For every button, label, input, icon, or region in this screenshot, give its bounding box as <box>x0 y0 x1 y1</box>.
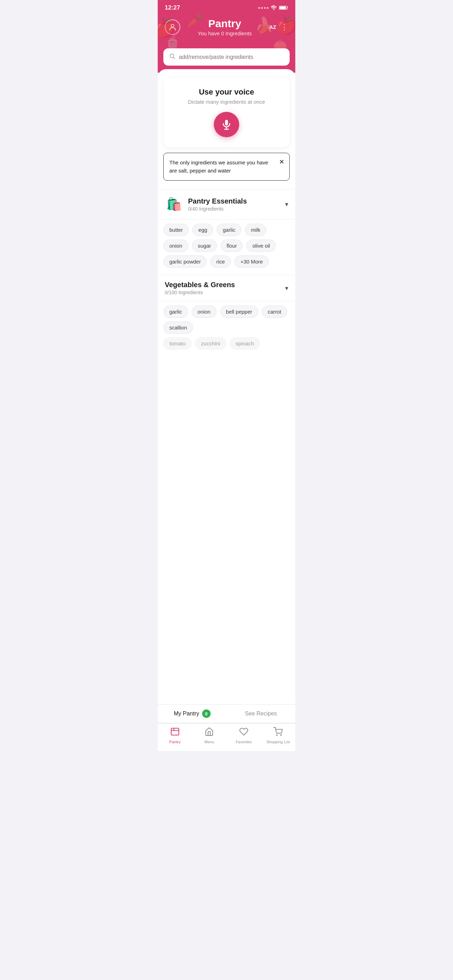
tag-garlic-powder[interactable]: garlic powder <box>163 255 207 268</box>
voice-subtitle: Dictate many ingredients at once <box>170 99 283 105</box>
voice-title: Use your voice <box>170 88 283 97</box>
sort-az-button[interactable]: AZ <box>269 24 276 30</box>
vegetables-count: 0/100 Ingredients <box>165 290 285 295</box>
tag-rice[interactable]: rice <box>210 255 231 268</box>
vegetables-greens-section: Vegetables & Greens 0/100 Ingredients ▾ … <box>158 275 295 353</box>
vegetables-chevron: ▾ <box>285 284 288 292</box>
pantry-essentials-icon: 🛍️ <box>165 195 183 213</box>
wifi-icon <box>270 5 277 10</box>
svg-line-5 <box>173 57 175 59</box>
my-pantry-label: My Pantry <box>173 711 199 717</box>
main-content: Use your voice Dictate many ingredients … <box>158 69 295 704</box>
bottom-area: My Pantry 0 See Recipes Pantry <box>158 704 295 751</box>
header-actions: AZ ⋮ <box>269 23 288 31</box>
svg-point-13 <box>281 735 281 735</box>
svg-rect-9 <box>171 728 179 735</box>
more-essentials-button[interactable]: +30 More <box>234 255 269 268</box>
pantry-essentials-chevron: ▾ <box>285 200 288 208</box>
ingredient-count: You have 0 Ingredients <box>198 30 252 37</box>
veg-tag-garlic[interactable]: garlic <box>163 305 188 318</box>
tag-egg[interactable]: egg <box>192 224 213 236</box>
pantry-tabs: My Pantry 0 See Recipes <box>158 704 295 723</box>
vegetables-title: Vegetables & Greens <box>165 281 285 289</box>
see-recipes-tab[interactable]: See Recipes <box>227 705 295 723</box>
svg-point-3 <box>171 24 174 27</box>
nav-shopping-list[interactable]: Shopping List <box>261 727 296 744</box>
search-icon <box>169 53 175 61</box>
pantry-badge: 0 <box>202 710 211 718</box>
pantry-essentials-section: 🛍️ Pantry Essentials 0/40 Ingredients ▾ … <box>158 189 295 275</box>
search-input[interactable] <box>179 54 284 60</box>
veg-tag-onion[interactable]: onion <box>192 305 217 318</box>
vegetables-tags: garlic onion bell pepper carrot scallion… <box>158 301 295 353</box>
microphone-button[interactable] <box>214 112 239 137</box>
veg-tags-partial: tomato zucchini spinach <box>163 337 290 350</box>
tag-milk[interactable]: milk <box>245 224 266 236</box>
pantry-nav-icon <box>170 727 180 738</box>
header-title-wrap: Pantry You have 0 Ingredients <box>198 18 252 37</box>
battery-icon <box>279 5 288 10</box>
status-icons <box>258 5 288 10</box>
my-pantry-tab[interactable]: My Pantry 0 <box>158 705 227 723</box>
app-header: 🍎 🥕 🍌 🍎 🍵 🧅 Pantry You have 0 Ingredient… <box>158 14 295 48</box>
nav-favorites-label: Favorites <box>236 740 251 744</box>
avatar-button[interactable] <box>165 19 180 35</box>
tag-flour[interactable]: flour <box>221 240 243 252</box>
status-bar: 12:27 <box>158 0 295 14</box>
see-recipes-label: See Recipes <box>245 711 277 717</box>
pantry-essentials-tags: butter egg garlic milk onion sugar flour… <box>158 219 295 275</box>
nav-favorites[interactable]: Favorites <box>227 727 261 744</box>
veg-tag-scallion[interactable]: scallion <box>163 321 193 334</box>
nav-menu-label: Menu <box>204 740 214 744</box>
bottom-nav: Pantry Menu Favorites <box>158 723 295 751</box>
signal-dots <box>258 7 269 9</box>
voice-section: Use your voice Dictate many ingredients … <box>163 78 290 147</box>
menu-nav-icon <box>205 727 214 738</box>
status-time: 12:27 <box>165 4 180 11</box>
svg-rect-1 <box>287 7 288 9</box>
tag-sugar[interactable]: sugar <box>192 240 217 252</box>
pantry-essentials-count: 0/40 Ingredients <box>188 206 285 212</box>
page-title: Pantry <box>198 18 252 30</box>
svg-rect-2 <box>280 7 286 9</box>
header-inner: Pantry You have 0 Ingredients AZ ⋮ <box>165 18 288 37</box>
veg-tag-bell-pepper[interactable]: bell pepper <box>220 305 258 318</box>
pantry-essentials-header[interactable]: 🛍️ Pantry Essentials 0/40 Ingredients ▾ <box>158 189 295 219</box>
notice-box: The only ingredients we assume you have … <box>163 153 290 181</box>
notice-text: The only ingredients we assume you have … <box>169 159 268 173</box>
vegetables-header[interactable]: Vegetables & Greens 0/100 Ingredients ▾ <box>158 275 295 301</box>
vegetables-title-wrap: Vegetables & Greens 0/100 Ingredients <box>165 281 285 295</box>
svg-rect-6 <box>225 120 228 126</box>
notice-close-button[interactable]: ✕ <box>279 158 285 166</box>
nav-shopping-label: Shopping List <box>266 740 290 744</box>
tag-garlic[interactable]: garlic <box>217 224 241 236</box>
nav-menu[interactable]: Menu <box>192 727 227 744</box>
svg-point-12 <box>277 735 277 735</box>
pantry-essentials-title: Pantry Essentials <box>188 197 285 205</box>
tag-butter[interactable]: butter <box>163 224 189 236</box>
search-box <box>163 48 290 65</box>
nav-pantry-label: Pantry <box>169 740 181 744</box>
veg-tag-carrot[interactable]: carrot <box>262 305 287 318</box>
tag-onion[interactable]: onion <box>163 240 188 252</box>
more-options-button[interactable]: ⋮ <box>280 23 288 31</box>
shopping-nav-icon <box>273 727 283 738</box>
nav-pantry[interactable]: Pantry <box>158 727 192 744</box>
favorites-nav-icon <box>239 727 248 738</box>
tag-olive-oil[interactable]: olive oil <box>246 240 276 252</box>
pantry-essentials-title-wrap: Pantry Essentials 0/40 Ingredients <box>188 197 285 212</box>
